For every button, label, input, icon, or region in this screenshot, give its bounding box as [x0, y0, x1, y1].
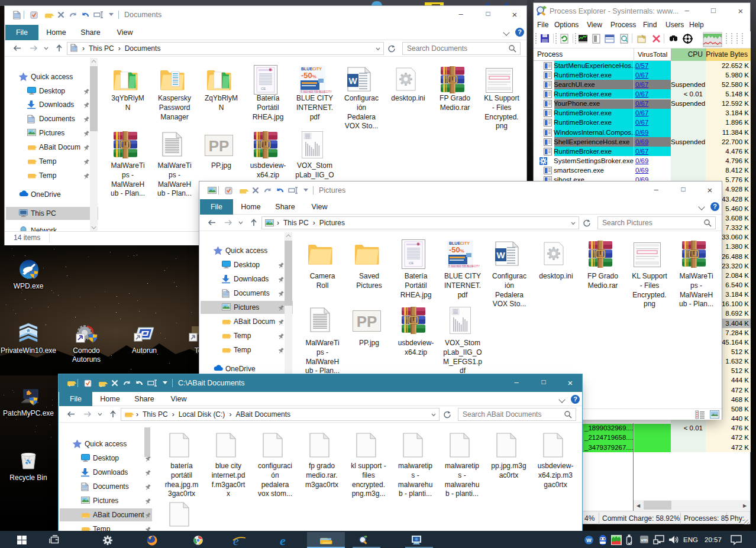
svg-text:PP: PP [209, 137, 230, 155]
svg-text:CE: CE [409, 261, 413, 265]
svg-text:BLUECITY: BLUECITY [301, 67, 322, 71]
svg-text:BLUECITY: BLUECITY [449, 241, 470, 245]
svg-text:T. 910 603 735 BLUECITY: T. 910 603 735 BLUECITY [301, 90, 332, 93]
svg-text:CE: CE [261, 87, 266, 90]
svg-text:W: W [586, 537, 592, 543]
svg-text:vm: vm [641, 537, 648, 543]
svg-text:W: W [348, 76, 357, 86]
svg-text:T. 910 603 735 BLUECITY: T. 910 603 735 BLUECITY [448, 265, 480, 268]
svg-text:PP: PP [357, 313, 377, 330]
svg-text:W: W [496, 250, 505, 260]
